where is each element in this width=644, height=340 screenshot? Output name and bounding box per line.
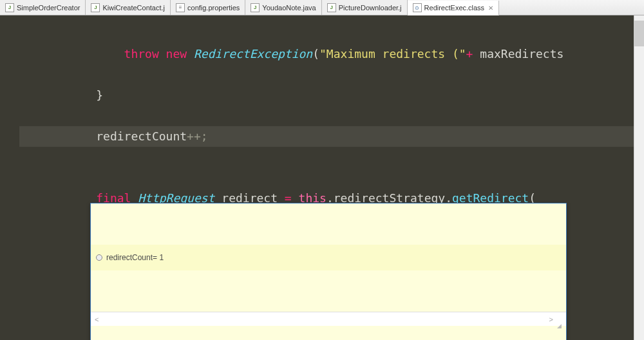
java-file-icon: J — [251, 3, 260, 12]
scrollbar-thumb[interactable] — [634, 21, 644, 46]
tab-label: SimpleOrderCreator — [17, 4, 80, 12]
editor-wrapper: throw new RedirectException("Maximum red… — [0, 15, 644, 340]
java-file-icon: J — [5, 3, 14, 12]
kw-throw: throw — [124, 47, 159, 61]
tab-label: config.properties — [187, 4, 240, 12]
tab-kiwicreatecontact[interactable]: J KiwiCreateContact.j — [86, 0, 171, 15]
vertical-scrollbar[interactable] — [634, 15, 644, 340]
properties-file-icon: ≡ — [176, 3, 185, 12]
tab-configproperties[interactable]: ≡ config.properties — [171, 0, 245, 15]
kw-new: new — [166, 47, 187, 61]
class-file-icon: ⊙ — [413, 3, 422, 12]
resize-grip-icon[interactable]: ◢ — [557, 316, 565, 323]
tab-redirectexec[interactable]: ⊙ RedirectExec.class ✕ — [408, 1, 500, 15]
string-literal: "Maximum redirects (" — [319, 47, 466, 61]
debug-inspect-popup[interactable]: redirectCount= 1 < > ◢ — [90, 203, 567, 340]
ident: maxRedirects — [480, 47, 564, 61]
op-inc: ++; — [187, 129, 208, 143]
debug-popup-footer: < > ◢ — [91, 312, 566, 326]
java-file-icon: J — [327, 3, 336, 12]
type: RedirectException — [194, 47, 312, 61]
tab-label: PictureDownloader.j — [339, 4, 402, 12]
chevron-right-icon[interactable]: > — [545, 309, 557, 330]
variable-icon — [96, 254, 102, 261]
close-icon[interactable]: ✕ — [488, 5, 493, 12]
tab-bar: J SimpleOrderCreator J KiwiCreateContact… — [0, 0, 644, 15]
debug-expression-value: redirectCount= 1 — [106, 247, 164, 268]
tab-picturedownloader[interactable]: J PictureDownloader.j — [322, 0, 408, 15]
op-plus: + — [466, 47, 473, 61]
ident: redirectCount — [96, 129, 187, 143]
chevron-left-icon[interactable]: < — [91, 309, 102, 330]
brace: } — [96, 88, 103, 102]
tab-simpleordercreator[interactable]: J SimpleOrderCreator — [0, 0, 86, 15]
tab-youdaonote[interactable]: J YoudaoNote.java — [245, 0, 321, 15]
tab-label: RedirectExec.class — [424, 4, 485, 12]
tab-label: YoudaoNote.java — [262, 4, 316, 12]
debug-popup-header: redirectCount= 1 — [91, 245, 566, 270]
tab-label: KiwiCreateContact.j — [102, 4, 165, 12]
java-file-icon: J — [91, 3, 100, 12]
code-editor[interactable]: throw new RedirectException("Maximum red… — [0, 15, 634, 340]
